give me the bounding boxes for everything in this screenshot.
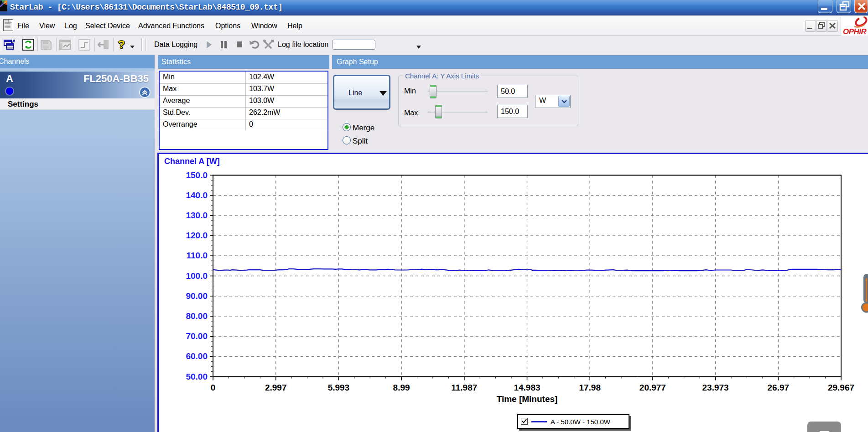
svg-text:11.987: 11.987 xyxy=(451,383,477,392)
svg-text:20.977: 20.977 xyxy=(639,383,666,392)
svg-text:8.99: 8.99 xyxy=(393,383,410,392)
svg-text:90.00: 90.00 xyxy=(186,291,208,301)
svg-text:120.0: 120.0 xyxy=(186,231,208,240)
svg-text:130.0: 130.0 xyxy=(186,211,208,220)
svg-text:2.997: 2.997 xyxy=(265,383,287,392)
svg-text:0: 0 xyxy=(211,383,216,392)
svg-text:140.0: 140.0 xyxy=(186,190,208,200)
svg-text:50.00: 50.00 xyxy=(186,372,208,381)
svg-text:5.993: 5.993 xyxy=(328,383,350,392)
svg-text:80.00: 80.00 xyxy=(186,311,208,321)
svg-text:26.97: 26.97 xyxy=(768,383,790,392)
svg-text:60.00: 60.00 xyxy=(186,351,208,361)
svg-text:Time [Minutes]: Time [Minutes] xyxy=(497,394,558,404)
svg-text:14.983: 14.983 xyxy=(514,383,540,392)
svg-text:110.0: 110.0 xyxy=(187,251,208,260)
svg-text:150.0: 150.0 xyxy=(186,170,208,180)
svg-text:23.973: 23.973 xyxy=(702,383,729,392)
svg-text:29.967: 29.967 xyxy=(828,383,854,392)
svg-text:OPHIR: OPHIR xyxy=(843,27,867,36)
svg-text:70.00: 70.00 xyxy=(186,331,208,341)
svg-text:17.98: 17.98 xyxy=(579,383,601,392)
svg-text:100.0: 100.0 xyxy=(186,271,208,281)
